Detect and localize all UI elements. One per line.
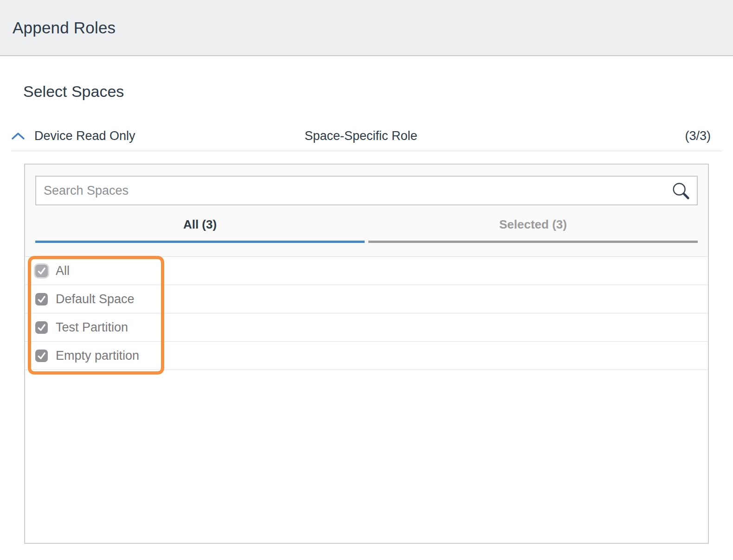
page-header: Append Roles — [0, 0, 733, 56]
tabs: All (3) Selected (3) — [35, 216, 698, 243]
role-type-label: Space-Specific Role — [244, 128, 478, 143]
role-header-row: Device Read Only Space-Specific Role (3/… — [11, 128, 722, 151]
space-row-test-partition[interactable]: Test Partition — [25, 313, 708, 342]
role-name: Device Read Only — [34, 128, 135, 143]
checkbox-checked-icon[interactable] — [35, 321, 48, 334]
content: Select Spaces Device Read Only Space-Spe… — [0, 82, 733, 544]
search-field — [35, 176, 698, 205]
role-header-left: Device Read Only — [11, 128, 244, 143]
space-row-default-space[interactable]: Default Space — [25, 285, 708, 313]
space-label: Test Partition — [56, 320, 128, 335]
checkbox-checked-icon[interactable] — [35, 265, 48, 277]
spaces-panel: All (3) Selected (3) All Defaul — [24, 164, 709, 544]
panel-top: All (3) Selected (3) — [25, 165, 708, 257]
search-icon[interactable] — [671, 181, 690, 200]
tab-selected[interactable]: Selected (3) — [368, 216, 698, 243]
space-label: All — [56, 264, 70, 278]
search-input[interactable] — [35, 176, 698, 205]
chevron-up-icon[interactable] — [11, 132, 25, 140]
space-label: Default Space — [56, 292, 135, 306]
role-count: (3/3) — [477, 128, 722, 143]
space-row-all[interactable]: All — [25, 257, 708, 285]
space-label: Empty partition — [56, 349, 139, 363]
section-title: Select Spaces — [23, 82, 733, 101]
page-title: Append Roles — [13, 19, 116, 37]
checkbox-checked-icon[interactable] — [35, 293, 48, 305]
checkbox-checked-icon[interactable] — [35, 350, 48, 362]
space-list: All Default Space Test Partition — [25, 257, 708, 370]
space-row-empty-partition[interactable]: Empty partition — [25, 342, 708, 370]
tab-all[interactable]: All (3) — [35, 216, 365, 243]
